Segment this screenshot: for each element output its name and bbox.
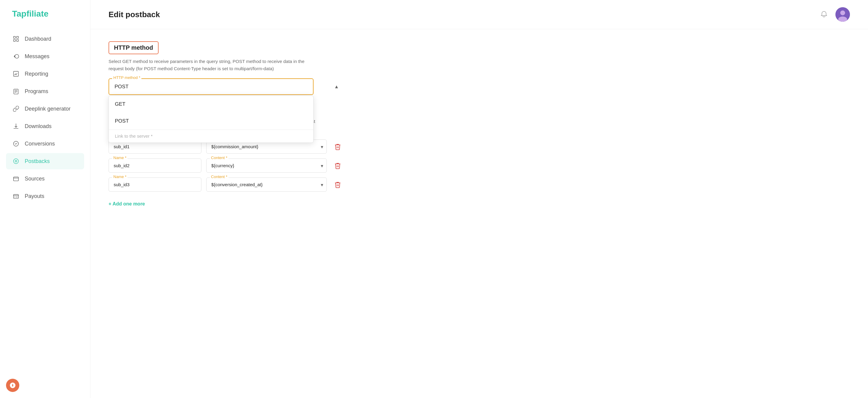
- sidebar-item-reporting-label: Reporting: [25, 71, 48, 77]
- http-method-section: HTTP method Select GET method to receive…: [108, 41, 344, 95]
- param-row-2: Name * Content * ${currency} ▾: [108, 159, 344, 173]
- main-content: Edit postback HTTP method Select GET met…: [90, 0, 868, 398]
- sidebar-item-downloads[interactable]: Downloads: [6, 118, 84, 134]
- logo: Tapfiliate: [0, 9, 90, 31]
- sidebar-item-conversions-label: Conversions: [25, 141, 55, 147]
- svg-rect-3: [17, 39, 19, 41]
- option-get[interactable]: GET: [109, 96, 313, 113]
- svg-point-13: [840, 10, 845, 15]
- svg-rect-1: [17, 36, 19, 38]
- param-name-input-3[interactable]: [108, 177, 202, 192]
- svg-rect-2: [13, 39, 16, 41]
- sidebar-item-deeplink-label: Deeplink generator: [25, 106, 70, 112]
- programs-icon: [12, 87, 20, 95]
- postbacks-icon: [12, 157, 20, 165]
- param-content-label-2: Content *: [210, 156, 228, 160]
- sidebar-item-postbacks[interactable]: Postbacks: [6, 153, 84, 169]
- dropdown-label: HTTP method *: [112, 75, 142, 80]
- sidebar-item-programs[interactable]: Programs: [6, 83, 84, 99]
- param-name-label-3: Name *: [112, 174, 127, 179]
- header-actions: [820, 7, 850, 22]
- add-more-button[interactable]: + Add one more: [108, 199, 145, 209]
- page-title: Edit postback: [108, 10, 160, 19]
- param-name-label-2: Name *: [112, 156, 127, 160]
- delete-param-2[interactable]: [332, 160, 344, 172]
- tapfiliate-help-icon[interactable]: [6, 379, 19, 392]
- param-content-select-2[interactable]: ${currency}: [206, 159, 327, 173]
- sidebar-item-payouts-label: Payouts: [25, 193, 44, 199]
- sidebar-item-dashboard[interactable]: Dashboard: [6, 31, 84, 47]
- messages-icon: [12, 53, 20, 60]
- http-method-title: HTTP method: [108, 41, 159, 54]
- param-content-wrapper-3: Content * ${conversion_created_at} ▾: [206, 177, 327, 192]
- svg-rect-5: [13, 71, 19, 76]
- option-post[interactable]: POST: [109, 113, 313, 130]
- link-server-option: Link to the server *: [109, 130, 313, 142]
- deeplink-icon: [12, 105, 20, 113]
- param-name-wrapper-3: Name *: [108, 177, 202, 192]
- svg-point-9: [15, 160, 17, 162]
- dropdown-chevron-icon: ▲: [334, 84, 339, 90]
- svg-rect-11: [13, 195, 19, 199]
- delete-param-3[interactable]: [332, 179, 344, 191]
- sidebar-item-sources[interactable]: Sources: [6, 170, 84, 187]
- sidebar-item-messages-label: Messages: [25, 53, 50, 60]
- http-method-select[interactable]: POST GET: [108, 78, 314, 95]
- sidebar-item-messages[interactable]: Messages: [6, 48, 84, 64]
- param-content-label-3: Content *: [210, 174, 228, 179]
- http-method-description: Select GET method to receive parameters …: [108, 58, 319, 72]
- sidebar-item-deeplink[interactable]: Deeplink generator: [6, 101, 84, 117]
- delete-param-1[interactable]: [332, 141, 344, 153]
- conversions-icon: [12, 140, 20, 147]
- param-name-wrapper-2: Name *: [108, 159, 202, 173]
- sidebar-item-postbacks-label: Postbacks: [25, 158, 50, 165]
- sidebar-item-downloads-label: Downloads: [25, 123, 52, 130]
- sidebar-nav: Dashboard Messages Reporting Programs De: [0, 31, 90, 204]
- sidebar-item-conversions[interactable]: Conversions: [6, 136, 84, 152]
- svg-point-4: [15, 55, 19, 59]
- svg-rect-10: [13, 177, 19, 181]
- param-content-wrapper-2: Content * ${currency} ▾: [206, 159, 327, 173]
- user-avatar[interactable]: [835, 7, 850, 22]
- sidebar: Tapfiliate Dashboard Messages Reporting …: [0, 0, 90, 398]
- dashboard-icon: [12, 35, 20, 43]
- sidebar-item-payouts[interactable]: Payouts: [6, 188, 84, 204]
- downloads-icon: [12, 122, 20, 130]
- reporting-icon: [12, 70, 20, 78]
- http-method-dropdown-wrapper: HTTP method * POST GET ▲ GET POST Link t…: [108, 78, 344, 95]
- payouts-icon: [12, 192, 20, 200]
- param-content-select-3[interactable]: ${conversion_created_at}: [206, 177, 327, 192]
- sidebar-item-reporting[interactable]: Reporting: [6, 66, 84, 82]
- sidebar-item-programs-label: Programs: [25, 88, 48, 95]
- sidebar-item-sources-label: Sources: [25, 176, 44, 182]
- content-area: HTTP method Select GET method to receive…: [90, 29, 362, 221]
- sources-icon: [12, 175, 20, 183]
- svg-rect-0: [13, 36, 16, 38]
- header: Edit postback: [90, 0, 868, 29]
- sidebar-item-dashboard-label: Dashboard: [25, 36, 51, 42]
- dropdown-options-panel: GET POST Link to the server *: [108, 96, 314, 143]
- svg-rect-6: [14, 89, 19, 94]
- param-name-input-2[interactable]: [108, 159, 202, 173]
- notification-bell-icon[interactable]: [820, 10, 829, 19]
- svg-point-8: [13, 159, 19, 164]
- param-row-3: Name * Content * ${conversion_created_at…: [108, 177, 344, 192]
